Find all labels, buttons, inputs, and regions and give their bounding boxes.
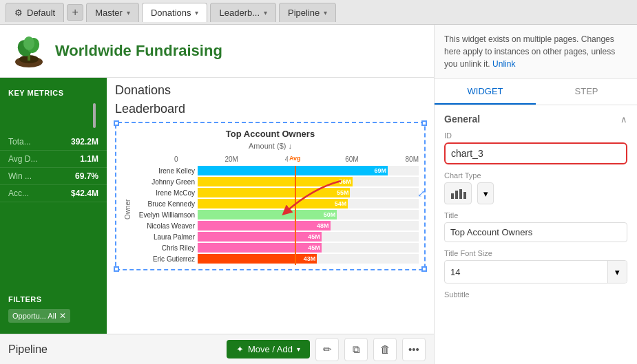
- panel-tabs: WIDGET STEP: [435, 79, 637, 105]
- bar-track: 54M: [198, 199, 419, 208]
- id-label: ID: [444, 131, 627, 140]
- resize-handle-tr[interactable]: [421, 120, 427, 126]
- metric-total: Tota... 392.2M: [0, 133, 107, 151]
- tab-step[interactable]: STEP: [536, 79, 637, 105]
- copy-button[interactable]: ⧉: [344, 338, 368, 361]
- font-size-field-group: Title Font Size 14 ▾: [444, 249, 627, 283]
- svg-point-5: [23, 36, 34, 50]
- tab-donations[interactable]: Donations ▾: [142, 3, 208, 22]
- general-section: General ∧ ID chart_3 Chart Type: [444, 114, 627, 299]
- more-button[interactable]: •••: [402, 338, 426, 361]
- chevron-down-icon: ▾: [297, 345, 300, 353]
- svg-rect-9: [463, 192, 466, 199]
- bottom-toolbar: Pipeline ✦ Move / Add ▾ ✏ ⧉ 🗑 •••: [0, 334, 434, 364]
- edit-button[interactable]: ✏: [315, 338, 339, 361]
- filters-section: FILTERS Opportu... All ✕: [0, 290, 107, 328]
- tab-default-label: Default: [27, 8, 55, 18]
- bar-track: 55M: [198, 188, 419, 197]
- bar-label: Nicolas Weaver: [133, 222, 195, 230]
- tab-master[interactable]: Master ▾: [86, 3, 139, 22]
- bar-fill: 48M: [198, 221, 331, 231]
- bar-fill: 56M: [198, 177, 353, 186]
- font-size-label: Title Font Size: [444, 249, 627, 257]
- chevron-down-icon: ▾: [195, 9, 198, 17]
- bar-row: Bruce Kennedy54M: [133, 199, 419, 208]
- tab-default[interactable]: ⚙ Default: [6, 3, 64, 22]
- move-add-label: Move / Add: [248, 344, 293, 354]
- metric-win: Win ... 69.7%: [0, 168, 107, 185]
- bar-label: Chris Riley: [133, 244, 195, 252]
- plus-icon: ✦: [236, 344, 244, 354]
- move-add-button[interactable]: ✦ Move / Add ▾: [227, 340, 310, 358]
- tab-widget[interactable]: WIDGET: [435, 79, 536, 105]
- pipeline-label: Pipeline: [8, 343, 48, 356]
- avg-label: Avg: [288, 155, 302, 162]
- general-title: General: [444, 114, 480, 125]
- tab-leaderboard[interactable]: Leaderb... ▾: [210, 3, 276, 22]
- chart-type-chevron[interactable]: ▾: [477, 182, 494, 204]
- bar-fill: 50M: [198, 210, 337, 220]
- svg-rect-8: [459, 189, 462, 199]
- font-size-value: 14: [445, 263, 607, 281]
- chart-title: Top Account Owners: [122, 129, 419, 139]
- left-panel: Worldwide Fundraising KEY METRICS Tota..…: [0, 25, 434, 364]
- settings-icon: ⚙: [14, 8, 23, 18]
- filter-tag[interactable]: Opportu... All ✕: [8, 309, 70, 323]
- resize-handle-bl[interactable]: [114, 266, 119, 272]
- bar-value: 55M: [337, 189, 349, 196]
- title-label: Title: [444, 211, 627, 220]
- tab-pipeline[interactable]: Pipeline ▾: [279, 3, 336, 22]
- bar-row: Irene McCoy55M: [133, 188, 419, 197]
- bar-row: Chris Riley45M: [133, 243, 419, 253]
- tab-leaderboard-label: Leaderb...: [219, 8, 260, 18]
- bar-track: 56M: [198, 177, 419, 186]
- bar-label: Irene McCoy: [133, 189, 195, 197]
- right-panel: This widget exists on multiple pages. Ch…: [434, 25, 637, 364]
- app-logo: [11, 33, 47, 69]
- bar-value: 45M: [308, 233, 320, 240]
- font-size-dropdown[interactable]: ▾: [607, 261, 627, 283]
- resize-handle-tl[interactable]: [114, 120, 119, 126]
- app-title: Worldwide Fundraising: [55, 42, 222, 60]
- metric-win-value: 69.7%: [75, 171, 98, 181]
- chart-type-label: Chart Type: [444, 171, 627, 180]
- unlink-link[interactable]: Unlink: [492, 59, 515, 69]
- bar-fill: 45M: [198, 243, 322, 253]
- content-area: KEY METRICS Tota... 392.2M Avg D... 1.1M…: [0, 78, 434, 334]
- id-field-group: ID chart_3: [444, 131, 627, 164]
- bar-value: 69M: [375, 167, 387, 174]
- resize-handle-br[interactable]: [421, 266, 427, 272]
- chevron-up-icon[interactable]: ∧: [620, 114, 627, 125]
- bar-track: Avg69M: [198, 166, 419, 175]
- main-layout: Worldwide Fundraising KEY METRICS Tota..…: [0, 25, 637, 364]
- chart-type-button[interactable]: [444, 182, 472, 204]
- delete-button[interactable]: 🗑: [373, 338, 397, 361]
- leaderboard-title: Leaderboard: [115, 102, 426, 116]
- bar-rows: Irene KelleyAvg69MJohnny Green56MIrene M…: [133, 166, 419, 264]
- metric-acc-label: Acc...: [8, 189, 29, 198]
- metric-avg-label: Avg D...: [8, 154, 37, 164]
- chart-container: Top Account Owners Amount ($) ↓ Owner 0 …: [115, 122, 426, 270]
- title-input[interactable]: [444, 222, 627, 242]
- bar-value: 45M: [308, 244, 320, 251]
- chart-content: 0 20M 40M 60M 80M Irene KelleyAvg69MJohn…: [133, 156, 419, 264]
- expand-icon[interactable]: ⤢: [415, 186, 428, 200]
- bar-value: 48M: [317, 222, 329, 229]
- chevron-down-icon: ▾: [127, 9, 130, 17]
- subtitle-field-group: Subtitle: [444, 290, 627, 299]
- bar-row: Nicolas Weaver48M: [133, 221, 419, 231]
- bar-fill: 69M: [198, 166, 388, 175]
- tab-add-button[interactable]: +: [67, 4, 83, 21]
- bar-fill: 54M: [198, 199, 348, 208]
- metric-acc-value: $42.4M: [71, 189, 98, 198]
- more-icon: •••: [408, 343, 419, 355]
- metric-avg-value: 1.1M: [80, 154, 98, 164]
- bar-row: Laura Palmer45M: [133, 232, 419, 242]
- tab-master-label: Master: [95, 8, 123, 18]
- close-icon[interactable]: ✕: [59, 311, 66, 321]
- chart-area: Donations Leaderboard Top Account Owners…: [107, 78, 434, 334]
- bar-label: Laura Palmer: [133, 233, 195, 241]
- metric-total-value: 392.2M: [71, 137, 98, 147]
- bar-label: Irene Kelley: [133, 167, 195, 175]
- filters-title: FILTERS: [8, 295, 98, 303]
